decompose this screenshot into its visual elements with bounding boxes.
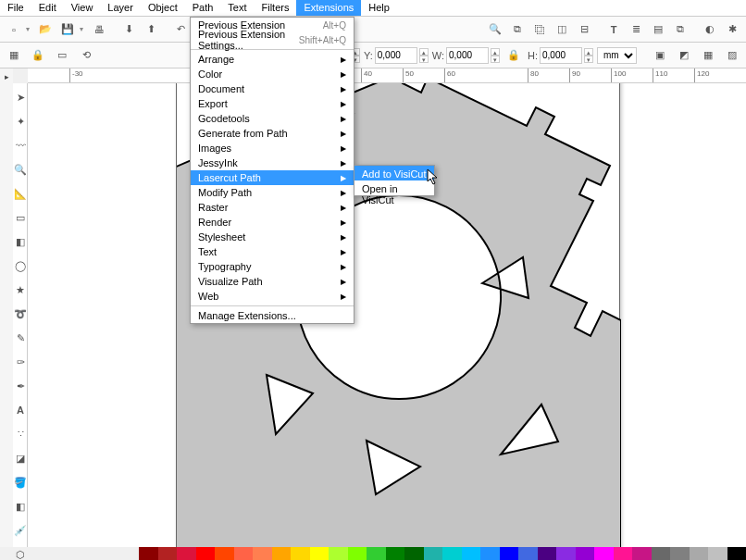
pointer-icon[interactable]: ▸ <box>0 70 13 83</box>
prefs-icon[interactable]: ✱ <box>722 19 742 40</box>
align-icon[interactable]: ▤ <box>648 19 668 40</box>
pencil-tool-icon[interactable]: ✎ <box>14 331 27 344</box>
menu-layer[interactable]: Layer <box>100 0 141 16</box>
fill-tool-icon[interactable]: 🪣 <box>14 476 27 489</box>
menu-raster[interactable]: Raster▶ <box>191 200 354 215</box>
menu-export[interactable]: Export▶ <box>191 96 354 111</box>
color-swatch[interactable] <box>652 547 671 560</box>
color-swatch[interactable] <box>291 547 310 560</box>
text-tool-icon[interactable]: A <box>14 404 27 417</box>
fill-icon[interactable]: ◐ <box>700 19 720 40</box>
color-swatch[interactable] <box>234 547 254 560</box>
color-swatch[interactable] <box>215 547 234 560</box>
color-swatch[interactable] <box>386 547 405 560</box>
selector-tool-icon[interactable]: ➤ <box>14 91 27 104</box>
submenu-add-to-visicut[interactable]: Add to VisiCut <box>354 166 434 180</box>
h-field[interactable]: H: ▴▾ <box>528 47 593 64</box>
new-icon[interactable]: ▫ <box>4 19 24 40</box>
color-swatch[interactable] <box>348 547 367 560</box>
export-icon[interactable]: ⬆ <box>141 19 161 40</box>
eraser-tool-icon[interactable]: ◪ <box>14 452 27 465</box>
color-swatch[interactable] <box>253 547 272 560</box>
menu-text[interactable]: Text <box>220 0 254 16</box>
measure-tool-icon[interactable]: 📐 <box>14 187 27 200</box>
open-icon[interactable]: 📂 <box>35 19 56 40</box>
color-swatch[interactable] <box>708 547 727 560</box>
color-swatch[interactable] <box>367 547 386 560</box>
menu-images[interactable]: Images▶ <box>191 141 354 156</box>
y-field[interactable]: Y: ▴▾ <box>364 47 429 64</box>
group-icon[interactable]: ◫ <box>552 19 572 40</box>
select-all-icon[interactable]: ▦ <box>4 45 24 66</box>
connector-tool-icon[interactable]: ⬡ <box>14 548 27 560</box>
calligraphy-tool-icon[interactable]: ✒ <box>14 380 27 392</box>
menu-object[interactable]: Object <box>141 0 185 16</box>
spray-tool-icon[interactable]: ∵ <box>14 428 27 441</box>
menu-stylesheet[interactable]: Stylesheet▶ <box>191 230 354 244</box>
color-swatch[interactable] <box>329 547 348 560</box>
menu-generate-from-path[interactable]: Generate from Path▶ <box>191 126 354 141</box>
zoom-tool-icon[interactable]: 🔍 <box>14 163 27 176</box>
scale-stroke-icon[interactable]: ▣ <box>650 45 670 66</box>
menu-edit[interactable]: Edit <box>31 0 64 16</box>
color-swatch[interactable] <box>462 547 481 560</box>
text-tool-icon[interactable]: T <box>603 19 624 40</box>
menu-render[interactable]: Render▶ <box>191 215 354 230</box>
h-input[interactable] <box>540 47 582 64</box>
lock-icon[interactable]: 🔒 <box>28 45 48 66</box>
save-icon[interactable]: 💾 <box>57 19 78 40</box>
tweak-tool-icon[interactable]: 〰 <box>14 139 27 152</box>
menu-view[interactable]: View <box>64 0 101 16</box>
menu-color[interactable]: Color▶ <box>191 67 354 81</box>
y-input[interactable] <box>375 47 417 64</box>
color-swatch[interactable] <box>177 547 196 560</box>
ungroup-icon[interactable]: ⊟ <box>574 19 594 40</box>
color-swatch[interactable] <box>158 547 178 560</box>
menu-extensions[interactable]: Extensions <box>296 0 361 16</box>
color-swatch[interactable] <box>556 547 576 560</box>
color-swatch[interactable] <box>538 547 557 560</box>
color-swatch[interactable] <box>310 547 329 560</box>
spiral-tool-icon[interactable]: ➰ <box>14 307 27 320</box>
menu-document[interactable]: Document▶ <box>191 81 354 96</box>
deselect-icon[interactable]: ▭ <box>52 45 72 66</box>
color-swatch[interactable] <box>442 547 462 560</box>
menu-file[interactable]: File <box>0 0 31 16</box>
move-patterns-icon[interactable]: ▨ <box>722 45 742 66</box>
color-swatch[interactable] <box>518 547 538 560</box>
w-field[interactable]: W: ▴▾ <box>432 47 500 64</box>
menu-typography[interactable]: Typography▶ <box>191 259 354 274</box>
canvas[interactable] <box>28 83 746 547</box>
color-swatch[interactable] <box>727 547 747 560</box>
menu-modify-path[interactable]: Modify Path▶ <box>191 185 354 200</box>
rect-tool-icon[interactable]: ▭ <box>14 211 27 224</box>
menu-help[interactable]: Help <box>361 0 397 16</box>
import-icon[interactable]: ⬇ <box>118 19 139 40</box>
menu-filters[interactable]: Filters <box>255 0 297 16</box>
color-swatch[interactable] <box>139 547 158 560</box>
clone-icon[interactable]: ⿻ <box>529 19 550 40</box>
menu-arrange[interactable]: Arrange▶ <box>191 52 354 67</box>
bezier-tool-icon[interactable]: ✑ <box>14 355 27 368</box>
rotate-ccw-icon[interactable]: ⟲ <box>76 45 96 66</box>
menu-lasercut-path[interactable]: Lasercut Path▶ <box>191 170 354 185</box>
color-swatch[interactable] <box>614 547 633 560</box>
menu-web[interactable]: Web▶ <box>191 289 354 304</box>
move-gradients-icon[interactable]: ▦ <box>698 45 718 66</box>
dropper-tool-icon[interactable]: 💉 <box>14 524 27 537</box>
print-icon[interactable]: 🖶 <box>89 19 109 40</box>
zoom-icon[interactable]: 🔍 <box>485 19 505 40</box>
scale-corners-icon[interactable]: ◩ <box>674 45 694 66</box>
node-tool-icon[interactable]: ✦ <box>14 115 27 128</box>
gradient-tool-icon[interactable]: ◧ <box>14 500 27 513</box>
color-swatch[interactable] <box>480 547 500 560</box>
menu-manage-extensions[interactable]: Manage Extensions... <box>191 308 354 323</box>
color-swatch[interactable] <box>500 547 519 560</box>
color-swatch[interactable] <box>632 547 652 560</box>
unit-select[interactable]: mm <box>597 47 637 64</box>
layers-icon[interactable]: ≣ <box>626 19 646 40</box>
3dbox-tool-icon[interactable]: ◧ <box>14 235 27 248</box>
undo-icon[interactable]: ↶ <box>170 19 191 40</box>
xml-icon[interactable]: ⧉ <box>670 19 690 40</box>
color-swatch[interactable] <box>576 547 595 560</box>
